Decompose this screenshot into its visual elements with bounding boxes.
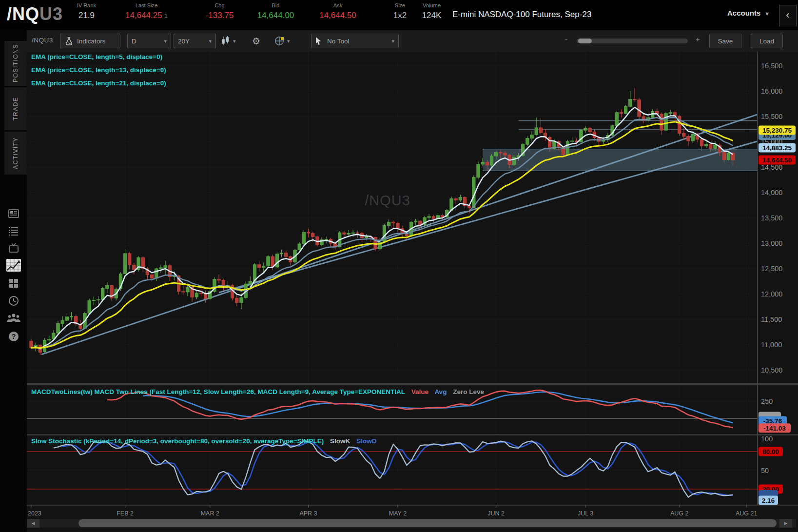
- chart-icon-active[interactable]: [0, 257, 27, 273]
- iv-rank-label: IV Rank: [63, 2, 110, 8]
- svg-text:MAR 2: MAR 2: [201, 510, 219, 517]
- scroll-left-button[interactable]: ◀: [27, 519, 39, 528]
- scroll-right-button[interactable]: ▶: [779, 519, 792, 528]
- svg-text:APR 3: APR 3: [299, 510, 317, 517]
- svg-text:2.16: 2.16: [762, 497, 775, 504]
- ask-value: 14,644.50: [311, 11, 365, 20]
- help-icon[interactable]: ?: [0, 329, 27, 344]
- zoom-slider[interactable]: [577, 39, 688, 43]
- tv-icon[interactable]: [0, 240, 27, 256]
- svg-text:16,500: 16,500: [761, 62, 782, 70]
- chart-area[interactable]: /NQU3 16,50016,00015,50015,00014,50014,0…: [27, 52, 798, 532]
- svg-text:50: 50: [761, 467, 769, 474]
- history-icon[interactable]: [0, 293, 27, 309]
- zoom-in-button[interactable]: +: [696, 35, 700, 43]
- zoom-out-button[interactable]: -: [565, 35, 567, 43]
- ema13-study-label[interactable]: EMA (price=CLOSE, length=13, displace=0): [31, 66, 166, 74]
- macd-study-label[interactable]: MACDTwoLines(tw) MACD Two Lines (Fast Le…: [31, 388, 488, 395]
- svg-text:15,230.75: 15,230.75: [762, 127, 792, 134]
- sidebar-tab-trade[interactable]: TRADE: [4, 87, 27, 130]
- stoch-axis-bubbles: 80.0020.002.16: [759, 447, 783, 505]
- svg-text:AUG 2: AUG 2: [670, 510, 689, 517]
- field-volume: Volume 124K: [413, 2, 450, 20]
- svg-text:11,500: 11,500: [761, 315, 782, 323]
- svg-text:100: 100: [761, 435, 773, 443]
- svg-text:FEB 2: FEB 2: [117, 510, 134, 517]
- field-iv-rank: IV Rank 21.9: [63, 2, 110, 20]
- candlestick-icon: [221, 36, 231, 46]
- accounts-label: Accounts: [727, 9, 760, 17]
- quote-header: /NQU3 IV Rank 21.9 Last Size 14,644.251 …: [0, 0, 798, 30]
- macd-zero-legend: Zero Leve: [453, 388, 484, 395]
- sidebar-tab-positions[interactable]: POSITIONS: [4, 41, 27, 86]
- size-label: Size: [387, 2, 413, 8]
- flask-icon: [64, 37, 74, 46]
- chg-label: Chg: [194, 2, 245, 8]
- trading-app: /NQU3 IV Rank 21.9 Last Size 14,644.251 …: [0, 0, 798, 532]
- last-trade-size: 1: [164, 12, 168, 20]
- svg-text:14,644.50: 14,644.50: [762, 157, 792, 164]
- sidebar-tab-activity[interactable]: ACTIVITY: [4, 132, 27, 175]
- field-bid: Bid 14,644.00: [248, 2, 304, 20]
- horizontal-scrollbar[interactable]: ◀ ▶: [27, 519, 796, 528]
- trendlines: [41, 115, 757, 355]
- svg-text:MAY 2: MAY 2: [389, 510, 407, 517]
- iv-rank-value: 21.9: [63, 11, 110, 20]
- indicators-button[interactable]: Indicators: [60, 34, 120, 48]
- layout-globe-icon: [274, 36, 285, 46]
- svg-text:14,000: 14,000: [761, 189, 782, 197]
- save-label: Save: [718, 38, 733, 45]
- list-icon[interactable]: [0, 223, 27, 239]
- save-button[interactable]: Save: [709, 34, 741, 48]
- chevron-down-icon: ▾: [233, 38, 236, 44]
- field-last-size: Last Size 14,644.251: [111, 2, 182, 20]
- indicators-label: Indicators: [77, 38, 106, 45]
- price-chart-canvas[interactable]: /NQU3 16,50016,00015,50015,00014,50014,0…: [27, 52, 798, 532]
- gear-icon: ⚙: [252, 36, 260, 47]
- svg-text:/NQU3: /NQU3: [365, 193, 410, 208]
- drawing-tool-dropdown[interactable]: No Tool ▾: [311, 34, 399, 48]
- load-button[interactable]: Load: [751, 34, 783, 48]
- svg-text:13,000: 13,000: [761, 239, 782, 247]
- stoch-study-label[interactable]: Slow Stochastic (kPeriod=14, dPeriod=3, …: [31, 437, 381, 445]
- svg-text:12,000: 12,000: [761, 290, 782, 298]
- svg-text:14,883.25: 14,883.25: [762, 144, 792, 152]
- contract-description: E-mini NASDAQ-100 Futures, Sep-23: [452, 10, 591, 20]
- accounts-dropdown[interactable]: Accounts ▾: [727, 9, 769, 17]
- chg-value: -133.75: [194, 11, 245, 20]
- svg-text:10,500: 10,500: [761, 366, 782, 374]
- svg-text:250: 250: [761, 397, 773, 405]
- last-size-label: Last Size: [111, 2, 182, 8]
- scrollbar-thumb[interactable]: [78, 519, 777, 527]
- ema21-study-label[interactable]: EMA (price=CLOSE, length=21, displace=0): [31, 79, 166, 87]
- people-icon[interactable]: [0, 310, 27, 326]
- chevron-down-icon: ▾: [287, 38, 290, 44]
- svg-text:13,500: 13,500: [761, 214, 782, 222]
- volume-value: 124K: [413, 11, 450, 20]
- chevron-down-icon: ▾: [164, 38, 167, 44]
- svg-text:2023: 2023: [28, 510, 41, 517]
- svg-text:15,500: 15,500: [761, 113, 782, 120]
- slowd-legend: SlowD: [356, 437, 376, 445]
- range-dropdown[interactable]: 20Y ▾: [174, 34, 216, 48]
- range-value: 20Y: [178, 38, 190, 45]
- chart-grid-dropdown[interactable]: ▾: [274, 34, 290, 48]
- collapse-panel-button[interactable]: ‹: [779, 5, 797, 26]
- svg-text:JUN 2: JUN 2: [487, 510, 505, 517]
- macd-avg-legend: Avg: [434, 388, 447, 395]
- chevron-down-icon: ▾: [391, 38, 394, 44]
- load-label: Load: [759, 38, 774, 45]
- symbol-input[interactable]: /NQU3: [32, 37, 53, 44]
- timeframe-value: D: [132, 38, 136, 45]
- timeframe-dropdown[interactable]: D ▾: [127, 34, 171, 48]
- svg-text:16,000: 16,000: [761, 87, 782, 95]
- ema5-study-label[interactable]: EMA (price=CLOSE, length=5, displace=0): [31, 53, 162, 60]
- svg-text:?: ?: [11, 333, 16, 340]
- grid-icon[interactable]: [0, 276, 27, 291]
- zoom-slider-thumb[interactable]: [578, 39, 592, 43]
- bid-value: 14,644.00: [248, 11, 304, 20]
- size-value: 1x2: [387, 11, 413, 20]
- chart-type-dropdown[interactable]: ▾: [221, 34, 236, 48]
- chart-settings-button[interactable]: ⚙: [252, 34, 260, 48]
- news-icon[interactable]: [0, 206, 27, 221]
